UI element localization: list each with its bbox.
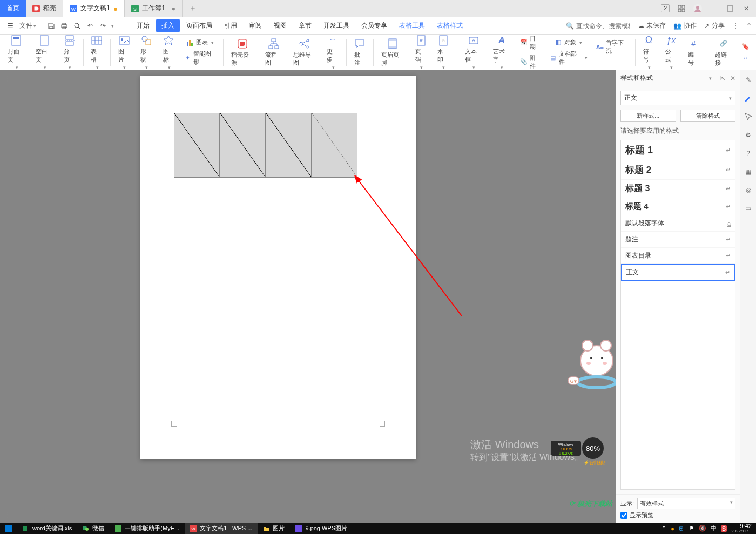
table-cell[interactable] [174, 113, 220, 178]
tab-dock[interactable]: 稻壳 [26, 0, 63, 17]
side-panel-icon[interactable]: ▭ [743, 203, 754, 214]
rb-crossref[interactable]: ↔ [739, 53, 753, 63]
tray-date[interactable]: 2022/11/... [731, 529, 752, 534]
tray-icon[interactable]: ● [671, 525, 674, 532]
print-preview-icon[interactable] [71, 20, 83, 32]
rb-smart[interactable]: ✦智能图形 [181, 49, 220, 67]
preview-checkbox-input[interactable] [620, 512, 627, 519]
side-highlight-icon[interactable] [743, 93, 754, 104]
rb-pagenum[interactable]: #页码▾ [411, 33, 431, 71]
panel-dropdown-icon[interactable]: ▾ [709, 76, 712, 81]
table-cell[interactable] [220, 113, 266, 178]
rb-blank[interactable]: 空白页▾ [31, 33, 57, 71]
tb-start[interactable] [0, 523, 17, 534]
tab-close-icon[interactable]: ● [172, 5, 176, 12]
rb-docpart[interactable]: ▤文档部件▾ [546, 49, 591, 67]
menutab-view[interactable]: 视图 [268, 19, 292, 32]
table-cell[interactable] [266, 113, 312, 178]
undo-icon[interactable]: ↶ [84, 20, 96, 32]
style-item-default[interactable]: 默认段落字体a [621, 215, 735, 232]
options-icon[interactable]: ⋮ [4, 511, 11, 518]
collapse-ribbon-icon[interactable]: ⌃ [746, 22, 752, 30]
clear-format-button[interactable]: 清除格式 [680, 110, 736, 122]
style-item-body[interactable]: 正文↵ [621, 264, 735, 281]
rb-cover[interactable]: 封面页▾ [3, 33, 29, 71]
save-icon[interactable] [45, 20, 57, 32]
tb-wechat[interactable]: 微信 [77, 523, 110, 534]
search-box[interactable]: 🔍 [566, 22, 630, 30]
tab-add[interactable]: ＋ [183, 0, 203, 17]
side-location-icon[interactable]: ◎ [743, 185, 754, 195]
rb-formula[interactable]: ƒx公式▾ [661, 33, 681, 71]
new-style-button[interactable]: 新样式... [620, 110, 676, 122]
style-item-toc[interactable]: 图表目录↵ [621, 248, 735, 264]
style-item-h1[interactable]: 标题 1↵ [621, 140, 735, 160]
coop-link[interactable]: 👥协作 [673, 21, 697, 30]
style-item-h4[interactable]: 标题 4↵ [621, 198, 735, 215]
rb-attach[interactable]: 📎附件 [517, 53, 544, 71]
rb-date[interactable]: 📅日期 [517, 33, 544, 52]
table-shape[interactable] [174, 113, 357, 178]
tab-home[interactable]: 首页 [0, 0, 26, 17]
search-input[interactable] [576, 22, 630, 30]
table-cell[interactable] [312, 113, 357, 178]
tb-folder[interactable]: 图片 [258, 523, 290, 534]
close-icon[interactable]: ✕ [742, 4, 751, 13]
rb-bookmark[interactable]: 🔖 [739, 42, 753, 52]
unsaved-link[interactable]: ☁未保存 [638, 21, 666, 30]
style-item-caption[interactable]: 题注↵ [621, 232, 735, 248]
tb-typeset[interactable]: 一键排版助手(MyE... [110, 523, 185, 534]
tray-time[interactable]: 9:42 [731, 523, 752, 529]
canvas-area[interactable]: ⋮ ⋮ 激活 Windows 转到"设置"以激活 Windows。 G♥ 80%… [0, 70, 616, 523]
tb-wps-doc[interactable]: W 文字文稿1 - WPS ... [185, 523, 258, 534]
share-link[interactable]: ↗分享 [704, 21, 725, 30]
tab-sheet[interactable]: S 工作簿1 ● [125, 0, 183, 17]
workspace-badge[interactable]: 2 [661, 4, 670, 12]
rb-shape[interactable]: 形状▾ [136, 33, 156, 71]
menutab-member[interactable]: 会员专享 [356, 19, 393, 32]
tray-up-icon[interactable]: ⌃ [662, 525, 666, 532]
more-menu-icon[interactable]: ⋮ [732, 22, 739, 30]
tray-shield-icon[interactable]: ⛨ [679, 525, 685, 532]
side-select-icon[interactable] [743, 111, 754, 122]
avatar-icon[interactable] [693, 4, 702, 13]
current-style-select[interactable]: 正文 ▾ [620, 91, 735, 105]
rb-hyperlink[interactable]: 🔗超链接 [711, 37, 737, 68]
rb-table[interactable]: 表格▾ [86, 33, 106, 71]
rb-flow[interactable]: 流程图 [261, 37, 287, 68]
grid-icon[interactable] [677, 4, 686, 13]
menutab-reference[interactable]: 引用 [219, 19, 242, 32]
style-item-h3[interactable]: 标题 3↵ [621, 180, 735, 198]
redo-icon[interactable]: ↷ [97, 20, 109, 32]
pin-icon[interactable]: ⇱ [720, 75, 726, 82]
tb-excel[interactable]: word关键词.xls [17, 523, 77, 534]
tb-image[interactable]: 9.png WPS图片 [290, 523, 353, 534]
menutab-page-layout[interactable]: 页面布局 [181, 19, 218, 32]
style-list[interactable]: 标题 1↵ 标题 2↵ 标题 3↵ 标题 4↵ 默认段落字体a 题注↵ 图表目录… [620, 140, 735, 490]
qa-dropdown[interactable]: ▾ [111, 23, 114, 29]
rb-chart[interactable]: 图表▾ [181, 37, 220, 48]
rb-watermark[interactable]: A水印▾ [433, 33, 453, 71]
menutab-dev[interactable]: 开发工具 [318, 19, 355, 32]
rb-headerfooter[interactable]: 页眉页脚 [377, 37, 409, 68]
rb-comment[interactable]: 批注 [350, 37, 370, 68]
menutab-start[interactable]: 开始 [131, 19, 155, 32]
rb-wordart[interactable]: A艺术字▾ [489, 33, 515, 71]
rb-picture[interactable]: 图片▾ [114, 33, 134, 71]
mascot-icon[interactable]: G♥ [562, 334, 616, 393]
side-pencil-icon[interactable]: ✎ [743, 75, 754, 85]
tab-doc[interactable]: W 文字文稿1 ● [63, 0, 125, 17]
rb-symbol[interactable]: Ω符号▾ [639, 33, 659, 71]
rb-more[interactable]: ⋯更多▾ [322, 33, 342, 71]
preview-checkbox[interactable]: 显示预览 [620, 511, 735, 519]
panel-close-icon[interactable]: ✕ [730, 75, 735, 82]
menutab-chapter[interactable]: 章节 [293, 19, 317, 32]
menutab-insert[interactable]: 插入 [156, 19, 180, 32]
rb-icon[interactable]: 图标▾ [159, 33, 179, 71]
document-page[interactable] [140, 76, 416, 459]
options-icon[interactable]: ⋮ [4, 75, 11, 82]
rb-mind[interactable]: 思维导图 [289, 37, 321, 68]
menutab-review[interactable]: 审阅 [244, 19, 267, 32]
rb-dropcap[interactable]: A≡首字下沉 [593, 38, 632, 56]
side-settings-icon[interactable]: ⚙ [743, 130, 754, 140]
